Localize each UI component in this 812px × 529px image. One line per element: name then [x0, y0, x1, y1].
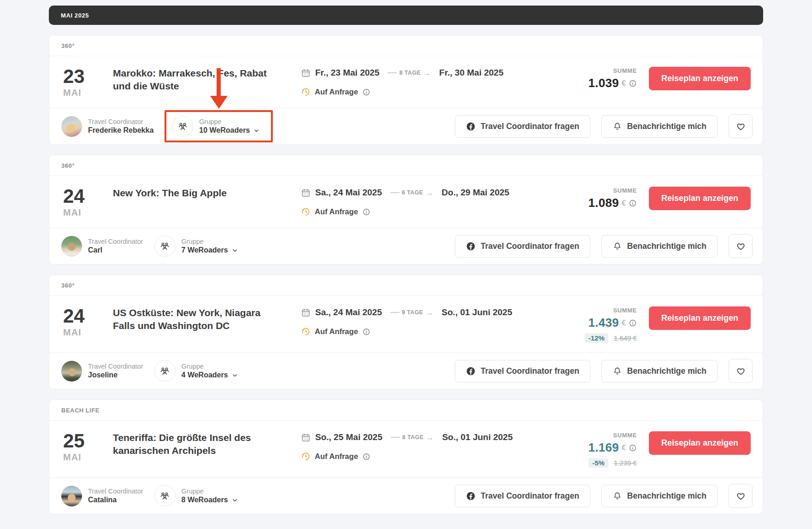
category-row: 360°	[49, 155, 763, 176]
heart-icon	[736, 366, 746, 376]
info-icon[interactable]	[629, 79, 637, 88]
notify-me-button[interactable]: Benachrichtige mich	[601, 485, 718, 507]
trip-schedule: So., 25 Mai 2025 8 TAGE→ So., 01 Juni 20…	[301, 431, 513, 461]
duration-label: 8 TAGE	[399, 70, 421, 76]
duration: 8 TAGE→	[388, 69, 431, 77]
group-selector[interactable]: Gruppe 10 WeRoaders	[165, 110, 273, 142]
group-label: Gruppe	[182, 363, 238, 370]
price-and-cta: SUMME 1.169 € -5% 1.239 € Reiseplan anze…	[578, 431, 751, 468]
coordinator-label: Travel Coordinator	[88, 118, 153, 125]
end-date: So., 01 Juni 2025	[442, 432, 512, 442]
availability: Auf Anfrage	[301, 207, 509, 217]
group-selector[interactable]: Gruppe 7 WeRoaders	[154, 235, 238, 257]
price-and-cta: SUMME 1.089 € Reiseplan anzeigen	[578, 187, 751, 210]
date-day: 23	[63, 67, 96, 86]
date-day: 25	[63, 431, 96, 451]
reiseplan-button[interactable]: Reiseplan anzeigen	[649, 431, 751, 455]
info-icon[interactable]	[629, 199, 637, 207]
end-date: Do., 29 Mai 2025	[441, 188, 509, 198]
notify-me-button[interactable]: Benachrichtige mich	[601, 115, 718, 138]
notify-me-button[interactable]: Benachrichtige mich	[601, 235, 718, 258]
wishlist-button[interactable]	[729, 234, 753, 258]
group-label: Gruppe	[182, 238, 238, 245]
date-month: MAI	[63, 88, 96, 98]
trip-main-row: 24 MAI New York: The Big Apple Sa., 24 M…	[49, 176, 763, 228]
group-count: 7 WeRoaders	[182, 246, 228, 254]
date-month: MAI	[63, 327, 96, 338]
info-icon[interactable]	[362, 88, 371, 96]
facebook-icon	[466, 366, 476, 376]
currency: €	[622, 79, 626, 88]
availability: Auf Anfrage	[301, 452, 513, 461]
bell-icon	[612, 241, 622, 251]
group-label: Gruppe	[199, 118, 260, 125]
end-date: So., 01 Juni 2025	[441, 307, 512, 317]
price-row: 1.039 €	[578, 76, 637, 90]
ask-coordinator-button[interactable]: Travel Coordinator fragen	[455, 485, 590, 507]
availability: Auf Anfrage	[301, 327, 512, 336]
wishlist-button[interactable]	[729, 359, 753, 383]
coordinator-block: Travel Coordinator Carl	[61, 236, 143, 257]
duration-dash	[390, 192, 400, 193]
info-icon[interactable]	[362, 208, 371, 216]
date-range: Sa., 24 Mai 2025 6 TAGE→ Do., 29 Mai 202…	[301, 188, 509, 198]
notify-me-button[interactable]: Benachrichtige mich	[601, 360, 718, 382]
trip-footer-row: Travel Coordinator Joseline Gruppe 4 WeR…	[49, 353, 763, 389]
trip-main-row: 25 MAI Teneriffa: Die größte Insel des k…	[49, 421, 763, 477]
start-date: Fr., 23 Mai 2025	[315, 68, 379, 78]
date-range: So., 25 Mai 2025 8 TAGE→ So., 01 Juni 20…	[301, 432, 513, 442]
wishlist-button[interactable]	[729, 114, 753, 138]
price-and-cta: SUMME 1.039 € Reiseplan anzeigen	[578, 67, 751, 90]
category-label: 360°	[61, 162, 75, 169]
bell-icon	[612, 366, 622, 376]
discount-badge: -12%	[585, 333, 608, 343]
trip-title: Teneriffa: Die größte Insel des kanarisc…	[113, 431, 275, 458]
reiseplan-button[interactable]: Reiseplan anzeigen	[649, 67, 751, 90]
start-date: Sa., 24 Mai 2025	[315, 188, 382, 198]
arrow-right-icon: →	[423, 69, 431, 77]
info-icon[interactable]	[629, 319, 637, 327]
group-icon	[154, 485, 176, 506]
coordinator-block: Travel Coordinator Joseline	[61, 361, 143, 382]
clock-history-icon	[301, 207, 311, 217]
calendar-icon	[301, 433, 311, 442]
date-badge: 24 MAI	[63, 187, 96, 218]
reiseplan-button[interactable]: Reiseplan anzeigen	[649, 187, 751, 210]
info-icon[interactable]	[362, 453, 371, 461]
info-icon[interactable]	[629, 444, 637, 452]
price-and-cta: SUMME 1.439 € -12% 1.649 € Reiseplan anz…	[578, 306, 751, 343]
group-count: 4 WeRoaders	[182, 371, 228, 379]
chevron-down-icon[interactable]	[231, 497, 238, 504]
reiseplan-button[interactable]: Reiseplan anzeigen	[649, 306, 751, 330]
arrow-right-icon: →	[426, 434, 434, 441]
date-day: 24	[63, 306, 96, 326]
date-range: Sa., 24 Mai 2025 9 TAGE→ So., 01 Juni 20…	[301, 307, 512, 317]
heart-icon	[736, 121, 746, 132]
currency: €	[622, 199, 626, 207]
group-selector[interactable]: Gruppe 8 WeRoaders	[154, 485, 238, 506]
chevron-down-icon[interactable]	[231, 247, 238, 254]
old-price: 1.239 €	[614, 459, 637, 467]
group-count: 10 WeRoaders	[199, 126, 250, 135]
info-icon[interactable]	[362, 328, 371, 336]
group-selector[interactable]: Gruppe 4 WeRoaders	[154, 360, 238, 382]
ask-coordinator-button[interactable]: Travel Coordinator fragen	[455, 360, 590, 382]
chevron-down-icon[interactable]	[231, 372, 238, 379]
trip-title: New York: The Big Apple	[113, 187, 275, 200]
avatar	[61, 236, 82, 257]
ask-coordinator-button[interactable]: Travel Coordinator fragen	[455, 115, 590, 138]
trip-main-row: 24 MAI US Ostküste: New York, Niagara Fa…	[49, 296, 763, 353]
trip-title: US Ostküste: New York, Niagara Falls und…	[113, 306, 275, 333]
duration-label: 8 TAGE	[402, 434, 424, 441]
coordinator-label: Travel Coordinator	[88, 488, 143, 495]
discount-row: -5% 1.239 €	[578, 458, 637, 468]
price-block: SUMME 1.089 €	[578, 187, 637, 210]
heart-icon	[736, 241, 746, 252]
ask-coordinator-button[interactable]: Travel Coordinator fragen	[455, 235, 590, 258]
wishlist-button[interactable]	[729, 484, 753, 508]
group-count: 8 WeRoaders	[182, 496, 228, 504]
category-row: 360°	[49, 275, 763, 296]
coordinator-label: Travel Coordinator	[88, 238, 143, 245]
duration-label: 9 TAGE	[402, 309, 424, 316]
chevron-down-icon[interactable]	[253, 127, 260, 134]
